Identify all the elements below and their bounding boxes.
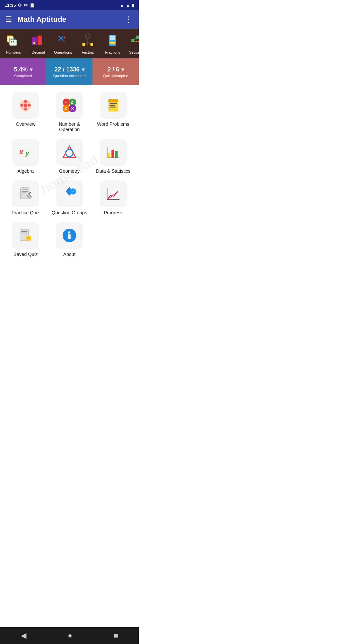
svg-text:x: x bbox=[19, 148, 24, 156]
cat-operations[interactable]: ✕ + ÷ Operations bbox=[52, 32, 74, 54]
svg-rect-54 bbox=[110, 103, 117, 104]
svg-text:−: − bbox=[64, 100, 67, 105]
stat-completed-label: Completed bbox=[14, 74, 32, 78]
stats-row: 5.4% ▾ Completed 22 / 1336 ▾ Question At… bbox=[0, 58, 139, 85]
more-icon[interactable]: ⋮ bbox=[125, 15, 133, 24]
status-time-area: 11:35 ⚙ ✉ 📋 bbox=[5, 3, 35, 8]
geometry-label: Geometry bbox=[59, 168, 79, 174]
saved-quiz-icon bbox=[12, 222, 39, 249]
svg-rect-64 bbox=[115, 151, 117, 158]
cat-factors-icon bbox=[80, 32, 96, 48]
stat-question[interactable]: 22 / 1336 ▾ Question Attempted bbox=[46, 58, 93, 85]
cat-fractions-label: Fractions bbox=[105, 50, 120, 54]
stat-question-label: Question Attempted bbox=[53, 74, 86, 78]
practice-quiz-label: Practice Quiz bbox=[12, 210, 40, 215]
svg-rect-82 bbox=[27, 237, 30, 239]
svg-text:÷: ÷ bbox=[63, 39, 66, 45]
word-problems-label: Word Problems bbox=[97, 121, 129, 127]
quiz-dropdown-arrow: ▾ bbox=[121, 66, 124, 73]
svg-rect-56 bbox=[110, 107, 116, 108]
algebra-icon: x y bbox=[12, 139, 39, 166]
svg-rect-17 bbox=[90, 43, 93, 46]
clipboard-icon: 📋 bbox=[29, 3, 35, 8]
svg-line-24 bbox=[134, 38, 136, 40]
about-icon: i bbox=[56, 222, 83, 249]
svg-point-61 bbox=[66, 149, 73, 157]
cat-operations-label: Operations bbox=[54, 50, 72, 54]
cat-numbers-icon: 1 2 23 bbox=[5, 32, 21, 48]
svg-point-41 bbox=[28, 104, 31, 106]
svg-text:3: 3 bbox=[64, 106, 67, 111]
cat-numbers[interactable]: 1 2 23 Numbers bbox=[3, 32, 24, 54]
stat-completed-value: 5.4% ▾ bbox=[14, 66, 32, 73]
svg-rect-68 bbox=[22, 190, 28, 190]
svg-text:23: 23 bbox=[11, 41, 14, 44]
wifi-icon: ▲ bbox=[120, 3, 124, 8]
grid-item-saved-quiz[interactable]: Saved Quiz bbox=[5, 222, 46, 257]
number-operation-label: Number &Operation bbox=[59, 121, 80, 132]
svg-rect-70 bbox=[22, 193, 26, 193]
grid-item-overview[interactable]: Overview bbox=[5, 92, 46, 132]
data-statistics-icon bbox=[100, 139, 127, 166]
menu-icon[interactable]: ☰ bbox=[5, 15, 12, 24]
cat-fractions-icon bbox=[105, 32, 121, 48]
saved-quiz-label: Saved Quiz bbox=[13, 252, 38, 257]
main-grid: homeread Overview − 2 bbox=[0, 85, 139, 264]
svg-rect-21 bbox=[131, 39, 134, 42]
cat-decimal-label: Decimal bbox=[32, 50, 45, 54]
svg-rect-86 bbox=[68, 234, 70, 239]
stat-question-value: 22 / 1336 ▾ bbox=[54, 66, 84, 73]
number-operation-icon: − 2 3 ✕ bbox=[56, 92, 83, 119]
cat-numbers-label: Numbers bbox=[6, 50, 21, 54]
completed-dropdown-arrow: ▾ bbox=[30, 66, 33, 73]
svg-rect-16 bbox=[82, 43, 85, 46]
svg-rect-79 bbox=[21, 231, 27, 232]
grid-item-geometry[interactable]: Geometry bbox=[49, 139, 90, 174]
svg-rect-62 bbox=[108, 153, 110, 158]
stat-quiz-label: Quiz Attempted bbox=[103, 74, 128, 78]
cat-factors[interactable]: Factors bbox=[77, 32, 99, 54]
grid-item-question-groups[interactable]: + Question Groups bbox=[49, 180, 90, 215]
algebra-label: Algebra bbox=[17, 168, 34, 174]
overview-label: Overview bbox=[16, 121, 35, 127]
svg-rect-69 bbox=[22, 191, 28, 192]
cat-decimal[interactable]: Decimal bbox=[27, 32, 49, 54]
question-groups-label: Question Groups bbox=[52, 210, 87, 215]
word-problems-icon bbox=[100, 92, 127, 119]
svg-point-85 bbox=[68, 231, 70, 233]
category-strip: 1 2 23 Numbers Decimal ✕ + ÷ Operation bbox=[0, 29, 139, 58]
stat-quiz[interactable]: 2 / 6 ▾ Quiz Attempted bbox=[93, 58, 139, 85]
cat-factors-label: Factors bbox=[82, 50, 94, 54]
grid-item-number-operation[interactable]: − 2 3 ✕ Number &Operation bbox=[49, 92, 90, 132]
stat-completed[interactable]: 5.4% ▾ Completed bbox=[0, 58, 46, 85]
svg-point-40 bbox=[20, 104, 23, 106]
svg-point-12 bbox=[85, 34, 90, 39]
svg-text:2: 2 bbox=[71, 100, 73, 105]
time-display: 11:35 bbox=[5, 3, 16, 8]
svg-rect-7 bbox=[38, 36, 42, 45]
cat-decimal-icon bbox=[30, 32, 46, 48]
svg-rect-19 bbox=[110, 36, 115, 40]
progress-label: Progress bbox=[104, 210, 123, 215]
svg-rect-57 bbox=[108, 99, 118, 102]
signal-icon: ▲ bbox=[126, 3, 130, 8]
settings-icon: ⚙ bbox=[18, 3, 22, 8]
grid-item-progress[interactable]: Progress bbox=[93, 180, 133, 215]
grid-item-algebra[interactable]: x y Algebra bbox=[5, 139, 46, 174]
cat-fractions[interactable]: Fractions bbox=[102, 32, 123, 54]
progress-icon bbox=[100, 180, 127, 207]
grid-item-data-statistics[interactable]: Data & Statistics bbox=[93, 139, 133, 174]
grid-item-about[interactable]: i About bbox=[49, 222, 90, 257]
about-label: About bbox=[63, 252, 76, 257]
grid-item-word-problems[interactable]: Word Problems bbox=[93, 92, 133, 132]
svg-text:✕: ✕ bbox=[71, 106, 74, 111]
grid-item-practice-quiz[interactable]: Practice Quiz bbox=[5, 180, 46, 215]
cat-operations-icon: ✕ + ÷ bbox=[55, 32, 71, 48]
svg-text:y: y bbox=[25, 149, 30, 157]
question-groups-icon: + bbox=[56, 180, 83, 207]
question-dropdown-arrow: ▾ bbox=[82, 66, 84, 73]
svg-point-39 bbox=[24, 107, 27, 110]
overview-icon bbox=[12, 92, 39, 119]
svg-rect-80 bbox=[21, 233, 27, 233]
cat-sequence[interactable]: Sequence bbox=[127, 32, 139, 54]
